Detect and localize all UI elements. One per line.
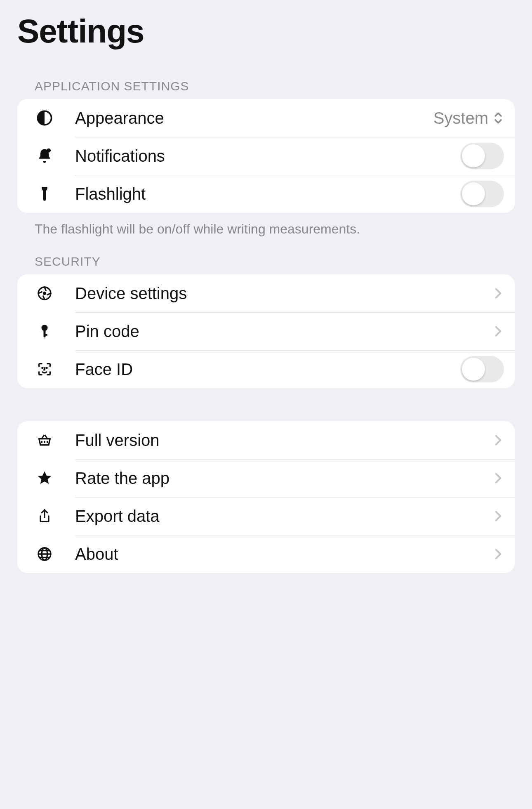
row-full-version[interactable]: Full version (17, 421, 515, 459)
globe-icon (35, 545, 54, 563)
face-id-icon (35, 360, 54, 378)
row-export-data-label: Export data (75, 507, 492, 526)
row-face-id-label: Face ID (75, 360, 460, 379)
row-rate-app[interactable]: Rate the app (17, 459, 515, 497)
chevron-right-icon (492, 472, 504, 485)
chevron-right-icon (492, 287, 504, 300)
row-appearance[interactable]: Appearance System (17, 99, 515, 137)
row-device-settings[interactable]: Device settings (17, 274, 515, 312)
row-about[interactable]: About (17, 535, 515, 573)
share-icon (35, 507, 54, 525)
row-flashlight-label: Flashlight (75, 185, 460, 203)
svg-point-1 (47, 149, 51, 153)
key-icon (35, 322, 54, 340)
flashlight-note: The flashlight will be on/off while writ… (0, 213, 532, 238)
bell-icon (35, 147, 54, 165)
chevron-right-icon (492, 434, 504, 447)
row-pin-code-label: Pin code (75, 322, 492, 341)
section-header-security: SECURITY (0, 238, 532, 274)
flashlight-icon (35, 185, 54, 203)
svg-point-8 (46, 368, 47, 368)
chevron-right-icon (492, 325, 504, 338)
row-notifications: Notifications (17, 137, 515, 175)
row-device-settings-label: Device settings (75, 284, 492, 303)
row-appearance-value: System (433, 109, 488, 127)
row-notifications-label: Notifications (75, 147, 460, 165)
row-face-id: Face ID (17, 350, 515, 388)
svg-rect-5 (44, 330, 46, 337)
svg-point-3 (43, 292, 46, 295)
row-appearance-label: Appearance (75, 109, 433, 127)
row-export-data[interactable]: Export data (17, 497, 515, 535)
updown-icon (492, 111, 504, 125)
row-full-version-label: Full version (75, 431, 492, 450)
star-icon (35, 469, 54, 487)
svg-point-7 (42, 368, 43, 368)
page-title: Settings (0, 0, 532, 63)
section-security: Device settings Pin code Face ID (17, 274, 515, 388)
section-other: Full version Rate the app Export data Ab… (17, 421, 515, 573)
contrast-icon (35, 109, 54, 127)
notifications-toggle[interactable] (460, 143, 504, 169)
section-header-app: APPLICATION SETTINGS (0, 63, 532, 99)
gear-icon (35, 284, 54, 302)
flashlight-toggle[interactable] (460, 181, 504, 207)
svg-rect-6 (45, 334, 47, 336)
row-pin-code[interactable]: Pin code (17, 312, 515, 350)
row-rate-app-label: Rate the app (75, 469, 492, 488)
chevron-right-icon (492, 509, 504, 523)
face-id-toggle[interactable] (460, 356, 504, 382)
section-app: Appearance System Notifications Flashlig… (17, 99, 515, 213)
chevron-right-icon (492, 547, 504, 561)
basket-icon (35, 431, 54, 449)
row-flashlight: Flashlight (17, 175, 515, 213)
row-about-label: About (75, 545, 492, 564)
